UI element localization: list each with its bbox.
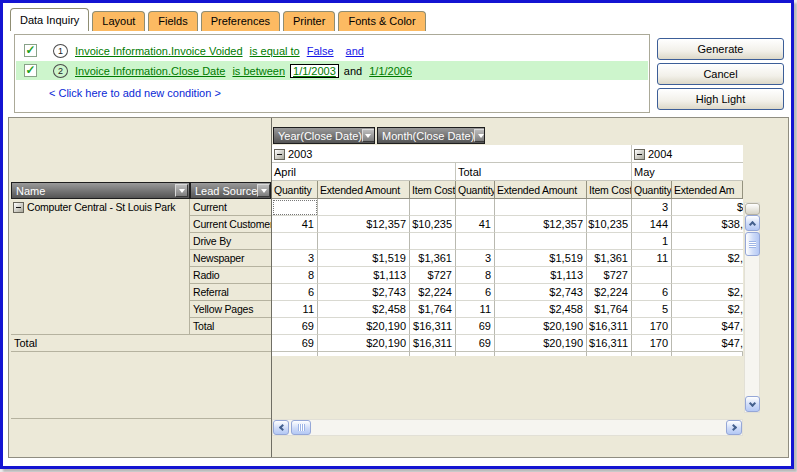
data-cell[interactable]: 11 <box>456 301 495 318</box>
data-cell[interactable]: $38, <box>672 216 743 233</box>
cancel-button[interactable]: Cancel <box>657 63 784 85</box>
data-cell[interactable]: $1,764 <box>410 301 456 318</box>
lead-source-cell[interactable]: Current Customer <box>190 216 271 233</box>
lead-source-cell[interactable]: Referral <box>190 284 271 301</box>
data-cell[interactable]: $1,113 <box>495 267 587 284</box>
condition-1-connector-link[interactable]: and <box>346 45 364 57</box>
data-cell[interactable]: $47, <box>672 318 743 335</box>
measure-header-cell[interactable]: Item Cost <box>410 181 456 199</box>
collapse-name-group-icon[interactable] <box>13 202 24 213</box>
data-cell[interactable]: 41 <box>456 216 495 233</box>
data-cell[interactable] <box>456 233 495 250</box>
data-cell[interactable]: $16,311 <box>410 318 456 335</box>
scroll-right-button[interactable] <box>726 420 742 435</box>
grand-total-cell[interactable]: 170 <box>632 335 672 352</box>
tab-preferences[interactable]: Preferences <box>201 11 280 31</box>
data-cell[interactable] <box>632 267 672 284</box>
measure-header-cell[interactable]: Extended Am <box>672 181 743 199</box>
data-cell[interactable]: 11 <box>272 301 318 318</box>
data-cell[interactable]: $20,190 <box>318 318 410 335</box>
highlight-button[interactable]: High Light <box>657 88 784 110</box>
month-field-button[interactable]: Month(Close Date) <box>377 127 485 144</box>
name-field-button[interactable]: Name <box>11 182 190 199</box>
condition-1-value-link[interactable]: False <box>307 45 334 57</box>
data-cell[interactable]: 6 <box>272 284 318 301</box>
data-cell[interactable]: $2,224 <box>587 284 632 301</box>
condition-2-field-link[interactable]: Invoice Information.Close Date <box>75 65 225 77</box>
data-cell[interactable]: 144 <box>632 216 672 233</box>
condition-2-value-from-text[interactable]: 1/1/2003 <box>293 65 336 77</box>
data-cell[interactable]: $2, <box>672 301 743 318</box>
condition-2-operator-link[interactable]: is between <box>232 65 285 77</box>
data-cell[interactable]: $12,357 <box>318 216 410 233</box>
data-cell[interactable]: 69 <box>272 318 318 335</box>
data-cell[interactable]: $1,361 <box>587 250 632 267</box>
data-cell[interactable]: 5 <box>632 301 672 318</box>
data-cell[interactable]: 6 <box>456 284 495 301</box>
vertical-scrollbar[interactable] <box>744 202 760 413</box>
data-cell[interactable]: $20,190 <box>495 318 587 335</box>
data-cell[interactable]: $2,743 <box>318 284 410 301</box>
data-cell[interactable]: $2,458 <box>318 301 410 318</box>
data-cell[interactable] <box>495 199 587 216</box>
data-cell[interactable]: $2, <box>672 284 743 301</box>
lead-source-cell[interactable]: Drive By <box>190 233 271 250</box>
data-cell[interactable] <box>587 233 632 250</box>
condition-1-field-link[interactable]: Invoice Information.Invoice Voided <box>75 45 243 57</box>
grand-total-cell[interactable]: $16,311 <box>410 335 456 352</box>
data-cell[interactable] <box>318 233 410 250</box>
data-cell[interactable] <box>672 267 743 284</box>
data-cell[interactable] <box>410 199 456 216</box>
tab-data-inquiry[interactable]: Data Inquiry <box>10 8 89 31</box>
data-cell[interactable] <box>495 233 587 250</box>
measure-header-cell[interactable]: Extended Amount <box>318 181 410 199</box>
data-cell[interactable]: $2, <box>672 250 743 267</box>
data-cell[interactable] <box>587 199 632 216</box>
data-cell[interactable]: 3 <box>632 199 672 216</box>
vertical-scrollbar-thumb[interactable] <box>745 232 760 256</box>
tab-printer[interactable]: Printer <box>283 11 335 31</box>
data-cell[interactable]: $1,113 <box>318 267 410 284</box>
data-cell[interactable]: $10,235 <box>587 216 632 233</box>
data-cell[interactable]: 3 <box>272 250 318 267</box>
data-cell[interactable]: $12,357 <box>495 216 587 233</box>
data-cell[interactable]: 69 <box>456 318 495 335</box>
add-condition-link[interactable]: < Click here to add new condition > <box>49 87 221 99</box>
data-cell[interactable] <box>272 233 318 250</box>
data-cell[interactable] <box>318 199 410 216</box>
data-cell[interactable]: $2,458 <box>495 301 587 318</box>
data-cell[interactable]: $1,519 <box>318 250 410 267</box>
measure-header-cell[interactable]: Quantity <box>456 181 495 199</box>
lead-source-cell[interactable]: Total <box>190 318 271 335</box>
data-cell[interactable]: 6 <box>632 284 672 301</box>
scroll-up-button[interactable] <box>745 215 760 231</box>
condition-2-checkbox[interactable]: ✓ <box>24 64 37 77</box>
condition-1-checkbox[interactable]: ✓ <box>24 44 37 57</box>
lead-source-cell[interactable]: Radio <box>190 267 271 284</box>
scroll-down-button[interactable] <box>745 396 760 412</box>
lead-source-cell[interactable]: Newspaper <box>190 250 271 267</box>
measure-header-cell[interactable]: Extended Amount <box>495 181 587 199</box>
data-cell[interactable]: $1,361 <box>410 250 456 267</box>
data-cell[interactable]: $ <box>672 199 743 216</box>
lead-source-field-button[interactable]: Lead Source <box>190 182 271 199</box>
year-field-dropdown-icon[interactable] <box>362 129 375 142</box>
grand-total-label-cell[interactable]: Total <box>11 335 271 352</box>
tab-fonts-color[interactable]: Fonts & Color <box>338 11 425 31</box>
grand-total-cell[interactable]: $16,311 <box>587 335 632 352</box>
grand-total-cell[interactable]: 69 <box>272 335 318 352</box>
name-group-cell[interactable]: Computer Central - St Louis Park <box>11 199 190 335</box>
tab-layout[interactable]: Layout <box>92 11 145 31</box>
month-field-dropdown-icon[interactable] <box>474 129 485 142</box>
data-cell[interactable]: 1 <box>632 233 672 250</box>
data-cell[interactable]: $727 <box>587 267 632 284</box>
tab-fields[interactable]: Fields <box>148 11 197 31</box>
horizontal-scrollbar-thumb[interactable] <box>291 420 311 435</box>
data-cell[interactable] <box>672 233 743 250</box>
year-field-button[interactable]: Year(Close Date) <box>273 127 375 144</box>
lead-source-cell[interactable]: Current <box>190 199 271 216</box>
grand-total-cell[interactable]: $20,190 <box>318 335 410 352</box>
data-cell[interactable]: 170 <box>632 318 672 335</box>
scroll-left-button[interactable] <box>273 420 289 435</box>
measure-header-cell[interactable]: Item Cost <box>587 181 632 199</box>
